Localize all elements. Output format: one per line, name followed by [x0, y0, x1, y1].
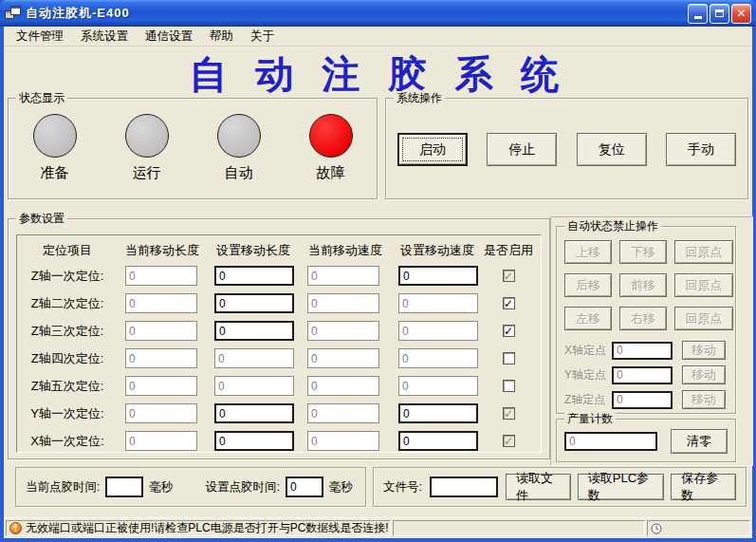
menu-file-management[interactable]: 文件管理	[8, 27, 72, 47]
x-axis-target-field[interactable]	[612, 342, 673, 360]
enable-checkbox-5[interactable]: ✓	[503, 407, 515, 420]
z-axis-target-field[interactable]	[612, 391, 673, 409]
reset-button[interactable]: 复位	[577, 133, 647, 166]
statusbar-clock-panel	[647, 520, 750, 536]
manual-button[interactable]: 手动	[666, 133, 736, 166]
enable-checkbox-1[interactable]: ✓	[503, 297, 515, 309]
timing-frame: 当前点胶时间: 毫秒 设置点胶时间: 毫秒	[15, 467, 366, 507]
param-field-3-2[interactable]	[307, 348, 379, 368]
production-group: 产量计数 清零	[556, 419, 736, 462]
param-field-0-0[interactable]	[125, 266, 197, 286]
param-field-1-0[interactable]	[125, 293, 197, 313]
return-origin-z-button[interactable]: 回原点	[674, 240, 733, 264]
manual-ops-group: 自动状态禁止操作 上移下移回原点后移前移回原点左移右移回原点 X轴定点移动Y轴定…	[556, 226, 736, 414]
move-down-button[interactable]: 下移	[619, 240, 667, 264]
column-header-2: 设置移动长度	[207, 242, 300, 259]
y-axis-target-move-button[interactable]: 移动	[682, 365, 726, 384]
x-axis-target-move-button[interactable]: 移动	[682, 341, 726, 360]
param-field-1-1[interactable]	[214, 293, 294, 313]
stop-button[interactable]: 停止	[487, 133, 557, 166]
param-field-6-1[interactable]	[214, 431, 294, 451]
status-lamp-running: 运行	[109, 114, 185, 182]
param-field-5-2[interactable]	[307, 403, 379, 423]
read-file-button[interactable]: 读取文件	[506, 474, 571, 500]
param-row-0: Z轴一次定位:✓	[17, 262, 541, 290]
production-count-field[interactable]	[564, 432, 657, 451]
param-field-5-0[interactable]	[125, 403, 197, 423]
file-frame: 文件号: 读取文件读取PLC参数保存参数	[373, 467, 747, 507]
close-button[interactable]: ✕	[731, 4, 751, 24]
status-display-group: 状态显示 准备运行自动故障	[8, 98, 378, 199]
param-field-2-3[interactable]	[398, 321, 478, 341]
column-header-5: 是否启用	[484, 242, 533, 259]
x-axis-target-row: X轴定点移动	[564, 341, 726, 360]
move-back-button[interactable]: 后移	[564, 273, 612, 297]
status-lamp-ready-circle	[33, 114, 77, 158]
statusbar-message-panel: ! 无效端口或端口正被使用!请检查PLC电源是否打开与PC数据线是否连接!	[6, 520, 391, 536]
read-plc-params-button[interactable]: 读取PLC参数	[578, 474, 665, 500]
param-field-0-1[interactable]	[214, 266, 294, 286]
sysops-button-row: 启动停止复位手动	[397, 133, 736, 166]
param-field-2-2[interactable]	[307, 321, 379, 341]
status-lamp-auto-circle	[217, 114, 261, 158]
menu-comm-settings[interactable]: 通信设置	[137, 27, 201, 47]
enable-checkbox-2[interactable]: ✓	[503, 325, 515, 337]
app-window: 自动注胶机-E400 ✕ 文件管理系统设置通信设置帮助关于 自 动 注 胶 系 …	[0, 0, 756, 542]
clear-count-button[interactable]: 清零	[671, 429, 728, 454]
move-up-button[interactable]: 上移	[564, 240, 612, 264]
param-field-0-2[interactable]	[307, 266, 379, 286]
param-row-label: Y轴一次定位:	[17, 405, 118, 422]
param-field-3-1[interactable]	[214, 348, 294, 368]
param-field-6-2[interactable]	[307, 431, 379, 451]
param-field-2-0[interactable]	[125, 321, 197, 341]
menu-system-settings[interactable]: 系统设置	[72, 27, 137, 47]
file-number-label: 文件号:	[383, 479, 422, 495]
enable-checkbox-6[interactable]: ✓	[503, 435, 515, 447]
param-field-4-0[interactable]	[125, 376, 197, 396]
param-field-4-3[interactable]	[398, 376, 478, 396]
param-row-2: Z轴三次定位:✓	[17, 317, 541, 345]
param-field-2-1[interactable]	[214, 321, 294, 341]
status-lamp-fault-circle	[309, 114, 353, 158]
set-glue-time-unit: 毫秒	[329, 479, 353, 495]
current-glue-time-field[interactable]	[105, 477, 143, 497]
param-field-6-0[interactable]	[125, 431, 197, 451]
save-params-button[interactable]: 保存参数	[671, 474, 736, 500]
param-field-3-3[interactable]	[398, 348, 478, 368]
param-field-0-3[interactable]	[398, 266, 478, 286]
move-left-button[interactable]: 左移	[564, 307, 612, 330]
param-row-6: X轴一次定位:✓	[17, 427, 541, 455]
y-axis-target-field[interactable]	[612, 366, 673, 384]
group-caption-params: 参数设置	[16, 212, 67, 225]
param-field-5-1[interactable]	[214, 403, 294, 423]
enable-checkbox-0[interactable]: ✓	[503, 270, 515, 282]
minimize-button[interactable]	[688, 4, 708, 24]
status-lamp-fault-label: 故障	[317, 164, 345, 182]
return-origin-x-button[interactable]: 回原点	[674, 307, 733, 330]
params-panel: 定位项目当前移动长度设置移动长度当前移动速度设置移动速度是否启用 Z轴一次定位:…	[16, 234, 542, 453]
start-button[interactable]: 启动	[397, 133, 468, 166]
enable-checkbox-wrap	[484, 352, 533, 364]
move-forward-button[interactable]: 前移	[619, 273, 667, 297]
z-axis-target-move-button[interactable]: 移动	[682, 390, 726, 409]
param-field-3-0[interactable]	[125, 348, 197, 368]
param-field-4-1[interactable]	[214, 376, 294, 396]
param-field-4-2[interactable]	[307, 376, 379, 396]
menu-help[interactable]: 帮助	[201, 27, 242, 47]
file-button-row: 读取文件读取PLC参数保存参数	[506, 474, 736, 500]
x-axis-target-label: X轴定点	[564, 343, 612, 359]
enable-checkbox-3[interactable]	[503, 352, 515, 364]
move-right-button[interactable]: 右移	[619, 307, 667, 330]
file-number-field[interactable]	[430, 477, 498, 497]
param-field-1-2[interactable]	[307, 293, 379, 313]
set-glue-time-field[interactable]	[286, 477, 323, 497]
maximize-button[interactable]	[710, 4, 729, 24]
param-field-6-3[interactable]	[398, 431, 478, 451]
param-field-5-3[interactable]	[398, 403, 478, 423]
param-field-1-3[interactable]	[398, 293, 478, 313]
close-icon: ✕	[736, 7, 746, 20]
menu-about[interactable]: 关于	[242, 27, 283, 47]
statusbar: ! 无效端口或端口正被使用!请检查PLC电源是否打开与PC数据线是否连接!	[4, 517, 752, 538]
enable-checkbox-4[interactable]	[503, 380, 515, 392]
return-origin-y-button[interactable]: 回原点	[674, 273, 733, 297]
